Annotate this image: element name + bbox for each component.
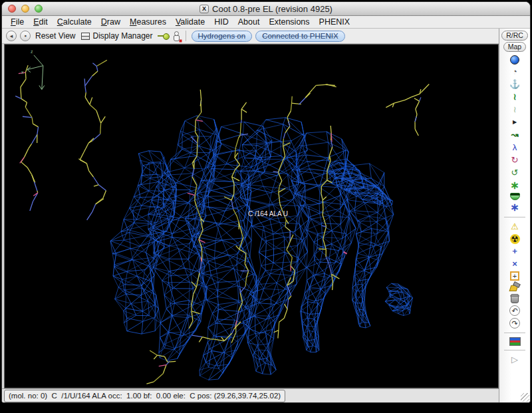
main-toolbar: ◂ ▪ Reset View Display Manager Hydrogens… [2, 29, 499, 44]
content-row: ◂ ▪ Reset View Display Manager Hydrogens… [2, 29, 530, 402]
menu-edit[interactable]: Edit [29, 17, 53, 27]
anchor-fix-atoms-icon[interactable]: ⚓ [509, 79, 521, 90]
clock-icon[interactable]: ◔ [509, 67, 521, 77]
delete-item-icon[interactable] [511, 294, 519, 303]
simple-mutate-icon[interactable]: ⚠ [509, 221, 521, 232]
resize-grip[interactable] [521, 393, 529, 402]
window-title-area: X Coot 0.8-pre EL (revision 4925) [2, 2, 530, 16]
right-toolbar: R/RC Map ◔⚓≀≀▶↝λ↻↺∗∗⚠☢+×+↶↷▷ [499, 29, 530, 402]
rotamers-icon[interactable]: λ [509, 142, 521, 153]
redo-icon[interactable]: ↷ [509, 318, 520, 329]
rrc-button[interactable]: R/RC [501, 31, 528, 41]
menu-bar: FileEditCalculateDrawMeasuresValidateHID… [2, 16, 530, 29]
real-space-refine-icon[interactable]: ≀ [509, 92, 521, 102]
phenix-connection-button[interactable]: Connected to PHENIX [255, 31, 344, 42]
menu-phenix[interactable]: PHENIX [315, 17, 355, 27]
key-icon[interactable] [158, 33, 170, 39]
toolbar-separator [504, 350, 525, 350]
menu-about[interactable]: About [233, 17, 265, 27]
svg-text:z: z [31, 49, 33, 54]
menu-draw[interactable]: Draw [96, 17, 125, 27]
menu-validate[interactable]: Validate [171, 17, 209, 27]
atom-label: C /164 ALA U [248, 210, 288, 217]
menu-measures[interactable]: Measures [125, 17, 171, 27]
edit-chi-angles-icon[interactable]: ↻ [509, 155, 521, 166]
desktop-background: X Coot 0.8-pre EL (revision 4925) FileEd… [0, 0, 532, 413]
torsion-general-icon[interactable]: ↺ [509, 168, 521, 178]
title-bar[interactable]: X Coot 0.8-pre EL (revision 4925) [2, 2, 530, 16]
coot-window: X Coot 0.8-pre EL (revision 4925) FileEd… [1, 1, 531, 403]
auto-fit-rotamer-icon[interactable]: ↝ [509, 130, 521, 140]
menu-file[interactable]: File [6, 17, 29, 27]
left-column: ◂ ▪ Reset View Display Manager Hydrogens… [2, 29, 499, 402]
status-bar: (mol. no: 0) C /1/U/164 ALA occ: 1.00 bf… [2, 388, 499, 402]
clear-pending-picks-icon[interactable] [510, 283, 520, 292]
undo-icon[interactable]: ↶ [509, 305, 520, 316]
hydrogens-toggle-button[interactable]: Hydrogens on [192, 31, 253, 42]
svg-text:x: x [21, 70, 24, 74]
place-atom-icon[interactable]: + [510, 271, 519, 281]
status-text: (mol. no: 0) C /1/U/164 ALA occ: 1.00 bf… [4, 390, 285, 402]
map-button[interactable]: Map [503, 42, 526, 52]
toolbar-overflow-button[interactable]: ▪ [20, 31, 31, 41]
menu-hid[interactable]: HID [209, 17, 233, 27]
rotate-view-sphere-icon[interactable] [510, 55, 519, 65]
flip-peptide-icon[interactable]: ∗ [509, 180, 521, 191]
x11-app-icon: X [200, 5, 209, 13]
reset-view-label: Reset View [35, 31, 75, 41]
display-manager-button[interactable]: Display Manager [80, 31, 154, 41]
window-title: Coot 0.8-pre EL (revision 4925) [212, 4, 332, 14]
add-alt-conf-icon[interactable]: × [509, 259, 521, 269]
jed-flip-icon[interactable]: ∗ [509, 202, 521, 213]
regularize-zone-icon[interactable]: ≀ [509, 104, 521, 115]
side-chain-flip-icon[interactable] [510, 193, 520, 200]
gl-canvas[interactable]: xz C /164 ALA U [4, 44, 499, 388]
display-manager-label: Display Manager [92, 31, 152, 41]
toolbar-separator [186, 31, 186, 41]
menu-extensions[interactable]: Extensions [264, 17, 314, 27]
toolbar-separator [504, 217, 525, 217]
display-manager-icon [81, 33, 90, 40]
person-icon[interactable] [173, 31, 180, 41]
pointer-triangle-icon[interactable]: ▶ [509, 117, 521, 128]
collapse-toolbar-button[interactable]: ◂ [6, 31, 17, 41]
run-script-icon[interactable]: ▷ [509, 354, 521, 365]
reset-view-button[interactable]: Reset View [34, 31, 76, 41]
modelling-icon-stack: ◔⚓≀≀▶↝λ↻↺∗∗⚠☢+×+↶↷▷ [499, 55, 530, 365]
add-terminal-residue-icon[interactable]: + [509, 246, 521, 257]
menu-calculate[interactable]: Calculate [53, 17, 96, 27]
mutate-autofit-icon[interactable]: ☢ [510, 234, 520, 244]
ligand-builder-icon[interactable] [509, 337, 521, 346]
toolbar-separator [504, 333, 525, 333]
